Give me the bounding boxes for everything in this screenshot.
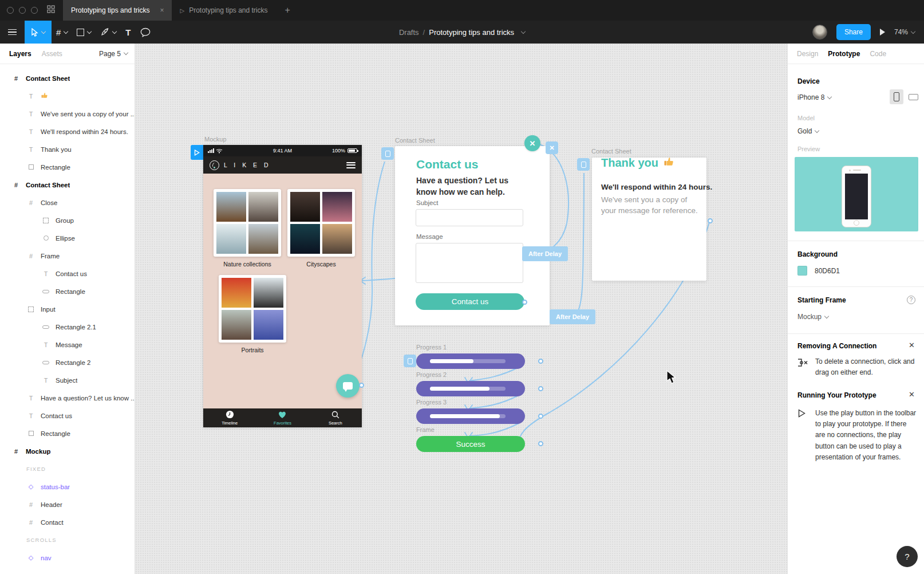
flow-start-play-tab[interactable] xyxy=(191,145,203,160)
after-delay-badge[interactable]: After Delay xyxy=(522,246,568,261)
photo-thumbnail[interactable] xyxy=(322,224,352,254)
connection-endpoint[interactable] xyxy=(538,441,543,446)
chevron-down-icon[interactable] xyxy=(64,29,68,33)
canvas[interactable]: Mockup 9:41 AM 100% L I K E D Nature col… xyxy=(135,44,787,574)
layer-row[interactable]: ◇status-bar xyxy=(0,478,135,496)
file-tab-presentation[interactable]: ▷ Prototyping tips and tricks xyxy=(172,0,275,21)
message-textarea[interactable] xyxy=(416,243,523,283)
success-button[interactable]: Success xyxy=(416,436,525,452)
background-color-row[interactable]: 80D6D1 xyxy=(797,266,840,276)
thank-you-frame[interactable] xyxy=(592,158,706,281)
model-select[interactable]: Gold xyxy=(797,127,819,135)
close-tab-icon[interactable]: × xyxy=(160,6,164,14)
progress-frame-label[interactable]: Progress 1 xyxy=(416,344,541,351)
photo-thumbnail[interactable] xyxy=(290,192,320,222)
layer-row[interactable]: Rectangle xyxy=(0,424,135,442)
layer-row[interactable]: TWe've sent you a copy of your ... xyxy=(0,105,135,123)
phone-nav-favorites[interactable]: Favorites xyxy=(256,408,309,427)
connection-endpoint[interactable] xyxy=(522,300,527,305)
present-play-button[interactable] xyxy=(880,29,885,36)
tab-code[interactable]: Code xyxy=(870,50,886,58)
orientation-landscape-button[interactable] xyxy=(909,94,918,100)
layer-row[interactable]: TWe'll respond within 24 hours. xyxy=(0,123,135,140)
starting-frame-select[interactable]: Mockup xyxy=(797,313,828,321)
mockup-frame[interactable]: 9:41 AM 100% L I K E D Nature collection… xyxy=(203,145,362,427)
layer-row[interactable]: TThank you xyxy=(0,140,135,158)
progress-frame-label[interactable]: Progress 3 xyxy=(416,399,541,406)
contact-us-button[interactable]: Contact us xyxy=(416,293,524,310)
progress-frame[interactable] xyxy=(404,381,541,396)
photo-thumbnail[interactable] xyxy=(248,224,278,254)
window-close-button[interactable] xyxy=(7,7,14,14)
connection-endpoint[interactable] xyxy=(708,218,713,223)
collection-card-cityscapes[interactable] xyxy=(287,189,355,257)
collection-card-portraits[interactable] xyxy=(219,275,286,343)
subject-input[interactable] xyxy=(416,209,523,226)
chat-fab-button[interactable] xyxy=(336,374,360,398)
dismiss-tip-icon[interactable]: ✕ xyxy=(909,341,915,349)
new-tab-button[interactable]: + xyxy=(276,5,299,15)
help-button[interactable]: ? xyxy=(897,546,918,567)
chevron-down-icon[interactable] xyxy=(41,29,46,33)
layer-row[interactable]: THave a question? Let us know ... xyxy=(0,389,135,407)
user-avatar[interactable] xyxy=(812,25,827,40)
frame-label-contact-sheet[interactable]: Contact Sheet xyxy=(395,137,435,144)
device-select[interactable]: iPhone 8 xyxy=(797,93,831,101)
photo-thumbnail[interactable] xyxy=(254,278,283,308)
connection-endpoint[interactable] xyxy=(538,386,543,391)
progress-pill[interactable] xyxy=(416,408,525,424)
layer-row[interactable]: Rectangle xyxy=(0,158,135,176)
share-button[interactable]: Share xyxy=(836,24,871,40)
layer-row[interactable]: Rectangle xyxy=(0,282,135,300)
progress-frame[interactable] xyxy=(404,353,541,369)
dismiss-tip-icon[interactable]: ✕ xyxy=(909,390,915,399)
close-sheet-button[interactable]: ✕ xyxy=(524,135,540,151)
layer-row[interactable]: T xyxy=(0,87,135,105)
layer-row[interactable]: #Contact Sheet xyxy=(0,69,135,87)
layer-row[interactable]: TContact us xyxy=(0,265,135,282)
menu-icon[interactable] xyxy=(346,160,356,170)
after-delay-badge[interactable]: After Delay xyxy=(550,309,595,324)
zoom-level-control[interactable]: 74% xyxy=(894,28,915,36)
chevron-down-icon[interactable] xyxy=(521,29,526,33)
collection-card-nature[interactable] xyxy=(214,189,281,257)
tab-assets[interactable]: Assets xyxy=(42,50,62,58)
text-tool-button[interactable]: T xyxy=(121,21,135,44)
frame-label-mockup[interactable]: Mockup xyxy=(204,136,227,143)
frame-tool-button[interactable]: # xyxy=(52,21,72,44)
orientation-portrait-button[interactable] xyxy=(890,89,903,104)
window-maximize-button[interactable] xyxy=(31,7,38,14)
shape-tool-button[interactable] xyxy=(72,21,96,44)
layer-row[interactable]: #Header xyxy=(0,496,135,513)
move-tool-button[interactable] xyxy=(25,21,52,44)
connection-endpoint[interactable] xyxy=(538,359,543,364)
chevron-down-icon[interactable] xyxy=(112,29,117,33)
photo-thumbnail[interactable] xyxy=(322,192,352,222)
layer-row[interactable]: Ellipse xyxy=(0,229,135,247)
background-hex-value[interactable]: 80D6D1 xyxy=(815,267,840,275)
window-minimize-button[interactable] xyxy=(19,7,26,14)
connection-endpoint[interactable] xyxy=(538,414,543,419)
flow-connector-icon[interactable] xyxy=(577,158,590,171)
file-title[interactable]: Prototyping tips and tricks xyxy=(429,28,514,37)
phone-nav-search[interactable]: Search xyxy=(309,408,362,427)
frame-label-success[interactable]: Frame xyxy=(416,426,541,434)
frame-label-thank-you[interactable]: Contact Sheet xyxy=(591,148,631,155)
chevron-down-icon[interactable] xyxy=(87,29,92,33)
file-tab-active[interactable]: Prototyping tips and tricks × xyxy=(63,0,172,21)
layer-row[interactable]: #Mockup xyxy=(0,442,135,460)
photo-thumbnail[interactable] xyxy=(222,278,251,308)
photo-thumbnail[interactable] xyxy=(254,310,283,340)
connection-endpoint[interactable] xyxy=(359,383,364,388)
layer-row[interactable]: #Close xyxy=(0,194,135,211)
photo-thumbnail[interactable] xyxy=(216,224,246,254)
layer-row[interactable]: Group xyxy=(0,211,135,229)
background-color-swatch[interactable] xyxy=(797,266,807,276)
pen-tool-button[interactable] xyxy=(96,21,121,44)
layer-row[interactable]: ◇nav xyxy=(0,549,135,567)
progress-frame-label[interactable]: Progress 2 xyxy=(416,371,541,379)
photo-thumbnail[interactable] xyxy=(248,192,278,222)
flow-connector-icon[interactable] xyxy=(404,355,416,367)
layer-row[interactable]: TSubject xyxy=(0,371,135,389)
photo-thumbnail[interactable] xyxy=(216,192,246,222)
